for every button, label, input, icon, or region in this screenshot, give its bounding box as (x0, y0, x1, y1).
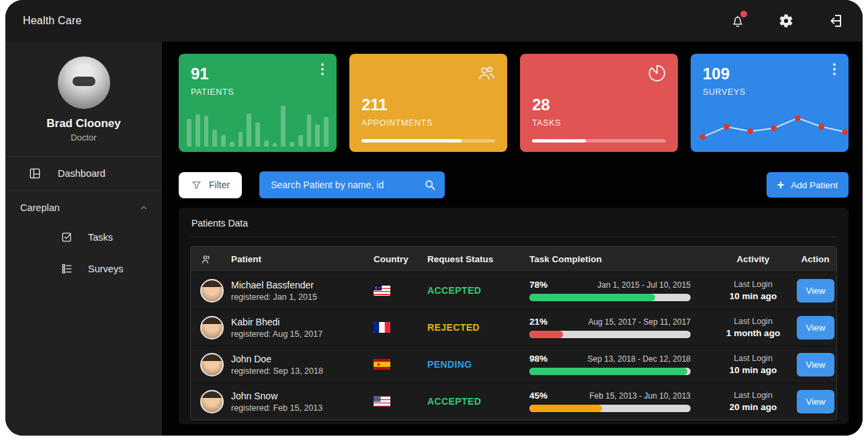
country-flag-icon (374, 285, 390, 296)
people-icon (476, 63, 496, 86)
patients-stat-card: 91 PATIENTS (179, 54, 337, 152)
patients-mini-bar-chart (187, 102, 329, 147)
activity-value: 1 month ago (709, 328, 797, 338)
task-percent: 21% (529, 317, 548, 327)
surveys-count: 109 (703, 65, 836, 83)
patient-registered: registered: Aug 15, 2017 (231, 329, 374, 339)
col-header-activity: Activity (709, 254, 797, 264)
country-flag-icon (374, 396, 390, 407)
sidebar-item-tasks[interactable]: Tasks (5, 221, 162, 253)
mini-bar (187, 119, 191, 147)
pie-chart-icon (647, 63, 667, 86)
patient-registered: registered: Sep 13, 2018 (231, 366, 374, 376)
sidebar-group-careplan[interactable]: Careplan (5, 191, 162, 221)
patient-name: John Snow (231, 391, 374, 401)
appointments-count: 211 (361, 95, 433, 114)
app-title: Health Care (23, 15, 82, 27)
mini-bar (221, 135, 226, 147)
appointments-progress-track (361, 139, 495, 143)
add-patient-button[interactable]: + Add Patient (767, 172, 849, 198)
filter-label: Filter (209, 179, 230, 190)
search-box[interactable] (259, 171, 445, 198)
kebab-menu-icon[interactable] (828, 63, 840, 78)
logout-icon[interactable] (826, 13, 842, 29)
sidebar-item-dashboard[interactable]: Dashboard (5, 157, 162, 191)
mini-bar (212, 130, 217, 147)
patient-avatar (200, 279, 224, 303)
view-button[interactable]: View (797, 353, 834, 376)
task-date-range: Aug 15, 2017 - Sep 11, 2017 (588, 317, 691, 327)
view-button[interactable]: View (797, 279, 834, 303)
col-header-action: Action (797, 254, 834, 264)
topbar: Health Care (5, 0, 863, 42)
main-content: 91 PATIENTS 211 APPOINTMENTS (162, 42, 863, 436)
search-input[interactable] (271, 179, 423, 190)
mini-bar (324, 117, 329, 147)
mini-bar (255, 122, 260, 147)
view-button[interactable]: View (797, 390, 834, 413)
col-header-status: Request Status (427, 254, 529, 264)
notification-dot (740, 11, 747, 17)
appointments-stat-card: 211 APPOINTMENTS (349, 54, 507, 152)
tasks-label: TASKS (532, 118, 561, 128)
activity-label: Last Login (709, 280, 797, 289)
task-progress-fill (529, 405, 602, 412)
activity-value: 20 min ago (709, 402, 797, 412)
settings-gear-icon[interactable] (778, 13, 794, 29)
funnel-icon (191, 179, 202, 191)
sidebar-group-label: Careplan (20, 202, 60, 213)
table-row[interactable]: Michael Bassfender registered: Jan 1, 20… (191, 272, 836, 309)
sidebar-item-surveys[interactable]: Surveys (5, 253, 162, 284)
activity-value: 10 min ago (709, 365, 797, 375)
notifications-bell-icon[interactable] (730, 13, 746, 29)
patient-avatar (200, 390, 224, 413)
table-header-row: Patient Country Request Status Task Comp… (191, 247, 836, 272)
country-flag-icon (374, 359, 390, 370)
chevron-up-icon (139, 203, 148, 212)
patient-name: Michael Bassfender (231, 280, 374, 290)
view-button[interactable]: View (797, 316, 834, 339)
sidebar-item-label: Tasks (88, 232, 113, 243)
patient-avatar (200, 316, 224, 339)
surveys-stat-card: 109 SURVEYS (691, 54, 849, 152)
mini-bar (307, 114, 312, 147)
activity-value: 10 min ago (709, 291, 797, 301)
tasks-stat-card: 28 TASKS (520, 54, 678, 152)
status-badge: REJECTED (427, 322, 529, 333)
country-flag-icon (374, 322, 390, 333)
task-progress-track (529, 331, 691, 338)
panel-title: Patients Data (190, 216, 837, 237)
status-badge: PENDING (427, 359, 529, 370)
task-date-range: Sep 13, 2018 - Dec 12, 2018 (588, 354, 691, 364)
table-row[interactable]: Kabir Bhedi registered: Aug 15, 2017 REJ… (191, 309, 836, 346)
tasks-progress-track (532, 139, 666, 143)
task-progress-track (529, 405, 691, 412)
mini-bar (196, 114, 200, 147)
activity-label: Last Login (709, 391, 797, 400)
surveys-label: SURVEYS (703, 87, 836, 97)
task-date-range: Jan 1, 2015 - Jul 10, 2015 (597, 280, 691, 290)
activity-label: Last Login (709, 317, 797, 326)
mini-bar (273, 143, 277, 147)
search-icon[interactable] (423, 178, 437, 192)
toolbar: Filter + Add Patient (179, 171, 849, 198)
mini-bar (298, 135, 303, 147)
task-progress-fill (529, 294, 655, 301)
appointments-progress-fill (361, 139, 462, 143)
task-progress-track (529, 294, 691, 301)
tasks-count: 28 (532, 95, 561, 114)
stat-cards: 91 PATIENTS 211 APPOINTMENTS (179, 54, 849, 152)
status-badge: ACCEPTED (427, 285, 529, 296)
surveys-line-chart (696, 101, 849, 148)
filter-button[interactable]: Filter (179, 172, 242, 198)
mini-bar (247, 114, 251, 147)
table-row[interactable]: John Doe registered: Sep 13, 2018 PENDIN… (191, 346, 836, 383)
table-row[interactable]: John Snow registered: Feb 15, 2013 ACCEP… (191, 383, 836, 419)
mini-bar (238, 132, 243, 147)
kebab-menu-icon[interactable] (316, 63, 329, 78)
task-progress-fill (529, 368, 687, 375)
patients-table: Patient Country Request Status Task Comp… (190, 246, 837, 420)
mini-bar (281, 106, 286, 147)
col-header-country: Country (374, 254, 427, 264)
person-icon (200, 253, 212, 266)
